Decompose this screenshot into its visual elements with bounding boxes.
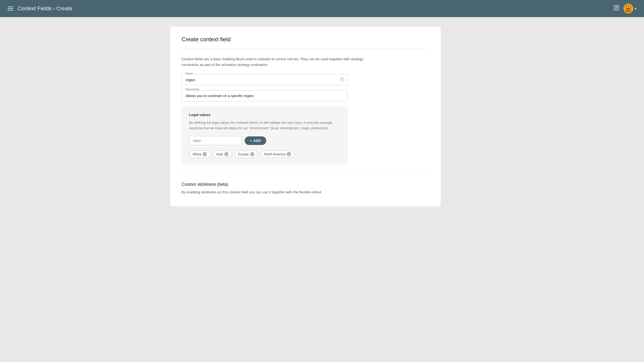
legal-values-description: By defining the legal values the Unleash…: [189, 120, 340, 131]
stickiness-title: Custom stickiness (beta): [182, 182, 429, 187]
svg-rect-5: [626, 6, 631, 10]
plus-icon: +: [250, 139, 252, 142]
legal-values-title: Legal values: [189, 113, 340, 117]
chevron-down-icon: ▾: [635, 7, 636, 10]
svg-rect-6: [627, 6, 628, 8]
tag-label: Africa: [193, 152, 201, 156]
list-item: Europe ×: [234, 150, 258, 158]
add-button-label: ADD: [254, 139, 261, 142]
tag-label: North-America: [264, 152, 285, 156]
list-item: Africa ×: [189, 150, 210, 158]
header-right: ▾: [614, 4, 636, 14]
description-field-container: Description: [182, 90, 348, 101]
add-button[interactable]: + ADD: [245, 136, 266, 145]
remove-africa-button[interactable]: ×: [203, 152, 207, 156]
breadcrumb-separator: ›: [53, 6, 56, 12]
user-menu[interactable]: ▾: [623, 4, 636, 14]
documentation-icon[interactable]: [614, 5, 620, 12]
name-field-container: Name: [182, 74, 348, 86]
svg-rect-9: [626, 11, 628, 12]
stickiness-section: Custom stickiness (beta) By enabling sti…: [182, 174, 429, 195]
add-value-row: + ADD: [189, 136, 340, 145]
svg-rect-8: [626, 10, 631, 12]
value-input[interactable]: [189, 136, 241, 145]
menu-icon[interactable]: [8, 7, 13, 10]
remove-europe-button[interactable]: ×: [250, 152, 254, 156]
list-item: Asia ×: [213, 150, 232, 158]
list-item: North-America ×: [260, 150, 294, 158]
remove-north-america-button[interactable]: ×: [287, 152, 291, 156]
header-left: Context Fields › Create: [8, 6, 72, 12]
svg-rect-7: [629, 6, 630, 8]
tag-label: Asia: [216, 152, 223, 156]
app-header: Context Fields › Create: [0, 0, 644, 17]
page-content: Create context field Context fields are …: [156, 17, 488, 216]
page-title: Create context field: [182, 36, 429, 49]
description-label: Description: [184, 88, 200, 91]
stickiness-description: By enabling stickiness on this context f…: [182, 189, 429, 195]
description-input[interactable]: [182, 90, 348, 101]
remove-asia-button[interactable]: ×: [224, 152, 228, 156]
intro-description: Context fields are a basic building bloc…: [182, 56, 376, 68]
main-card: Create context field Context fields are …: [170, 26, 441, 206]
name-label: Name: [184, 72, 194, 75]
field-icon: [340, 77, 344, 82]
avatar: [623, 4, 633, 14]
legal-values-section: Legal values By defining the legal value…: [182, 106, 348, 165]
name-input[interactable]: [182, 74, 348, 86]
tags-container: Africa × Asia × Europe × North-America ×: [189, 150, 340, 158]
breadcrumb-create: Create: [56, 6, 72, 12]
svg-rect-10: [629, 11, 630, 12]
header-title: Context Fields › Create: [18, 6, 72, 12]
tag-label: Europe: [238, 152, 249, 156]
